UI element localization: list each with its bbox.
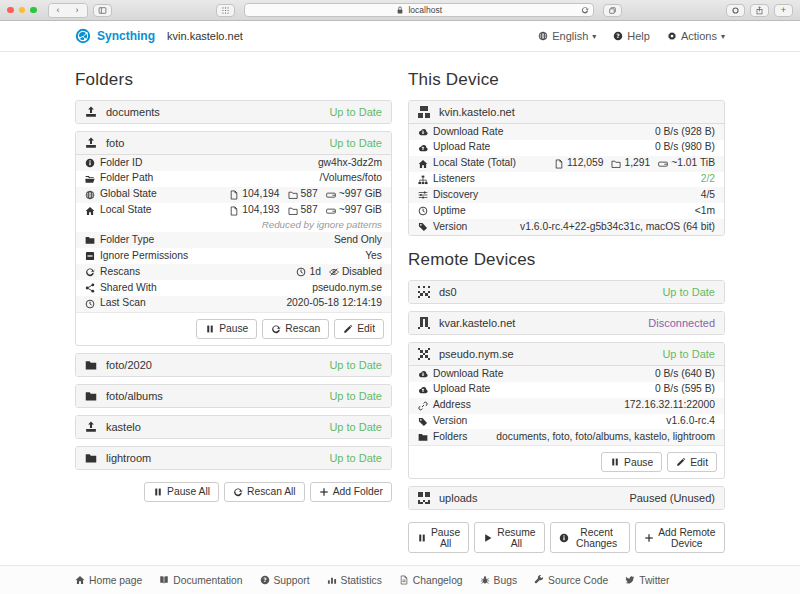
detail-label: Last Scan xyxy=(85,297,146,310)
device-identicon xyxy=(418,492,430,504)
this-device-row-header[interactable]: kvin.kastelo.net xyxy=(409,101,724,123)
pause-icon xyxy=(153,487,163,497)
detail-row: Versionv1.6.0-rc.4+22-g5b34c31c, macOS (… xyxy=(409,219,724,235)
sidebar-toggle-button[interactable] xyxy=(93,4,112,17)
value-segment: 587 xyxy=(288,188,318,201)
minimize-window-button[interactable] xyxy=(19,7,26,14)
footer-link-source-code[interactable]: Source Code xyxy=(534,575,608,586)
footer-link-support[interactable]: ?Support xyxy=(260,575,310,586)
folder-row-header[interactable]: lightroomUp to Date xyxy=(76,447,391,469)
devices-recent-changes-button[interactable]: Recent Changes xyxy=(550,522,630,553)
close-window-button[interactable] xyxy=(7,7,14,14)
button-label: Edit xyxy=(357,323,375,334)
refresh-icon xyxy=(85,267,95,277)
value-segment: ~1.01 TiB xyxy=(658,157,715,170)
edit-icon xyxy=(343,324,353,334)
zoom-window-button[interactable] xyxy=(30,7,37,14)
detail-row: Folder Path/Volumes/foto xyxy=(76,171,391,187)
device-name: ds0 xyxy=(439,286,457,298)
folder-row-header[interactable]: documentsUp to Date xyxy=(76,101,391,123)
help-link[interactable]: ? Help xyxy=(613,30,650,42)
detail-label: Local State xyxy=(85,204,152,217)
reload-icon[interactable] xyxy=(581,6,589,16)
share-button[interactable] xyxy=(750,4,769,17)
syncthing-brand[interactable]: Syncthing xyxy=(75,28,155,44)
note-row: Reduced by ignore patterns xyxy=(76,218,391,232)
folders-rescan-all-button[interactable]: Rescan All xyxy=(224,482,305,502)
folder-name: foto/2020 xyxy=(106,359,152,371)
detail-row: Upload Rate0 B/s (980 B) xyxy=(409,140,724,156)
device-row-header[interactable]: ds0Up to Date xyxy=(409,281,724,303)
favorites-grid-button[interactable] xyxy=(216,4,235,17)
footer-link-twitter[interactable]: Twitter xyxy=(625,575,669,586)
folder-row-header[interactable]: fotoUp to Date xyxy=(76,132,391,154)
eye-slash-icon xyxy=(329,267,339,277)
detail-value: /Volumes/foto xyxy=(320,172,382,185)
footer-link-changelog[interactable]: Changelog xyxy=(399,575,463,586)
foto-pause-button[interactable]: Pause xyxy=(196,319,257,339)
devices-pause-all-button[interactable]: Pause All xyxy=(408,522,469,553)
devices-resume-all-button[interactable]: Resume All xyxy=(474,522,544,553)
forward-button[interactable]: › xyxy=(68,4,87,17)
device-identicon xyxy=(418,286,430,298)
hdd-icon xyxy=(326,190,336,200)
back-button[interactable]: ‹ xyxy=(49,4,68,17)
detail-label: Listeners xyxy=(418,173,475,186)
footer-link-label: Documentation xyxy=(173,575,242,586)
status-badge: Disconnected xyxy=(648,317,715,329)
upload-icon xyxy=(85,137,97,149)
devices-column: This Device kvin.kastelo.netDownload Rat… xyxy=(408,64,725,565)
detail-value: 112,0591,291~1.01 TiB xyxy=(554,157,715,170)
device-row-header[interactable]: pseudo.nym.seUp to Date xyxy=(409,343,724,365)
status-badge: Up to Date xyxy=(329,390,382,402)
folder-row-header[interactable]: kasteloUp to Date xyxy=(76,416,391,438)
footer-link-statistics[interactable]: Statistics xyxy=(327,575,382,586)
detail-table: Download Rate0 B/s (640 B)Upload Rate0 B… xyxy=(409,365,724,445)
folder-row-header[interactable]: foto/2020Up to Date xyxy=(76,354,391,376)
folders-add-folder-button[interactable]: Add Folder xyxy=(310,482,392,502)
sitemap-icon xyxy=(418,175,428,185)
plus-icon xyxy=(644,533,654,543)
detail-label: Rescans xyxy=(85,266,140,279)
device-name: pseudo.nym.se xyxy=(439,348,514,360)
clock-icon xyxy=(418,206,428,216)
new-tab-button[interactable]: + xyxy=(774,4,793,17)
lock-icon xyxy=(395,5,405,15)
device-row-header[interactable]: uploadsPaused (Unused) xyxy=(409,487,724,509)
globe-icon xyxy=(85,190,95,200)
segment-text: 1d xyxy=(309,266,320,279)
footer-link-label: Twitter xyxy=(639,575,669,586)
file-icon xyxy=(554,159,564,169)
devices-add-remote-device-button[interactable]: Add Remote Device xyxy=(635,522,725,553)
remote-devices-title: Remote Devices xyxy=(408,250,725,270)
detail-value: 172.16.32.11:22000 xyxy=(624,399,715,412)
footer-link-home-page[interactable]: Home page xyxy=(75,575,142,586)
pseudo.nym.se-pause-button[interactable]: Pause xyxy=(601,452,662,472)
folders-pause-all-button[interactable]: Pause All xyxy=(144,482,219,502)
extension-icon[interactable] xyxy=(726,4,745,17)
url-text: localhost xyxy=(408,5,442,15)
folder-icon xyxy=(418,432,428,442)
foto-edit-button[interactable]: Edit xyxy=(334,319,384,339)
status-badge: Paused (Unused) xyxy=(629,492,715,504)
pseudo.nym.se-edit-button[interactable]: Edit xyxy=(667,452,717,472)
detail-label-text: Download Rate xyxy=(433,126,503,139)
actions-dropdown[interactable]: Actions▾ xyxy=(667,30,725,42)
footer-link-documentation[interactable]: Documentation xyxy=(159,575,242,586)
detail-label-text: Version xyxy=(433,415,467,428)
folder-icon xyxy=(85,390,97,402)
value-segment: 1d xyxy=(296,266,320,279)
share-icon xyxy=(85,283,95,293)
detail-table: Folder IDgw4hx-3dz2mFolder Path/Volumes/… xyxy=(76,154,391,312)
address-bar[interactable]: localhost xyxy=(244,3,594,17)
tab-overview-button[interactable] xyxy=(603,4,622,17)
device-row-header[interactable]: kvar.kastelo.netDisconnected xyxy=(409,312,724,334)
hdd-icon xyxy=(326,206,336,216)
device-panel-uploads: uploadsPaused (Unused) xyxy=(408,486,725,510)
folder-row-header[interactable]: foto/albumsUp to Date xyxy=(76,385,391,407)
foto-rescan-button[interactable]: Rescan xyxy=(262,319,329,339)
footer-link-bugs[interactable]: Bugs xyxy=(480,575,517,586)
language-dropdown[interactable]: English▾ xyxy=(538,30,596,42)
status-badge: Up to Date xyxy=(329,452,382,464)
folder-o-icon xyxy=(611,159,621,169)
